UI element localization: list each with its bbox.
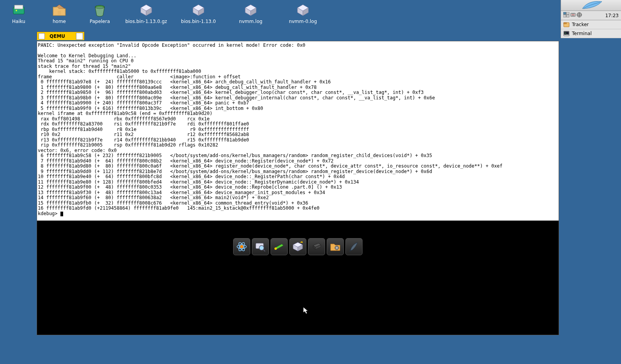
qemu-framebuffer[interactable]: PANIC: Unexpected exception "Invalid Opc… <box>37 41 559 335</box>
keymap-icon[interactable] <box>570 12 576 19</box>
qemu-window: QEMU PANIC: Unexpected exception "Invali… <box>37 32 559 335</box>
probe-icon <box>273 241 285 253</box>
trash-can-icon <box>93 3 107 17</box>
deskbar-app-list: Tracker >_ Terminal <box>561 20 621 38</box>
svg-point-13 <box>274 247 277 250</box>
svg-line-16 <box>350 250 350 251</box>
app-label: Terminal <box>572 31 592 36</box>
svg-rect-19 <box>563 15 566 17</box>
dock-stylededit[interactable] <box>345 238 363 255</box>
deskbar: 17:23 Tracker >_ Terminal <box>561 0 621 38</box>
disk-icon <box>12 3 26 17</box>
tray-icons <box>563 12 582 19</box>
kernel-debug-output: PANIC: Unexpected exception "Invalid Opc… <box>37 41 559 218</box>
icon-label: nvmm-0.log <box>289 19 317 24</box>
svg-rect-17 <box>563 12 566 14</box>
leaf-icon <box>580 0 604 10</box>
haiku-volume-icon[interactable]: Haiku <box>3 3 34 24</box>
desktop-icons: Haiku home Papelera bios.bin-1.13.0.gz b… <box>3 3 324 24</box>
dock-preferences[interactable] <box>327 238 344 255</box>
feather-icon <box>348 241 360 253</box>
svg-rect-29 <box>564 23 566 24</box>
trash-icon[interactable]: Papelera <box>84 3 115 24</box>
dock-drivesetup[interactable] <box>289 238 306 255</box>
bios-file-icon[interactable]: bios.bin-1.13.0 <box>177 3 220 24</box>
icon-label: nvmm.log <box>239 19 262 24</box>
framebuffer-unused <box>37 221 559 335</box>
file-icon <box>244 3 258 17</box>
dock-diskprobe[interactable] <box>271 238 288 255</box>
home-folder-icon[interactable]: home <box>44 3 75 24</box>
deskbar-tray: 17:23 <box>561 11 621 20</box>
file-icon <box>191 3 205 17</box>
window-tab[interactable]: QEMU <box>37 32 85 40</box>
dock-devices[interactable] <box>308 238 325 255</box>
icon-label: Papelera <box>90 19 110 24</box>
workspaces-icon[interactable] <box>563 12 570 19</box>
atom-icon <box>236 241 248 253</box>
network-icon[interactable] <box>577 12 582 19</box>
svg-point-6 <box>240 245 243 248</box>
svg-rect-18 <box>566 12 569 14</box>
window-title: QEMU <box>46 34 76 39</box>
haiku-dock <box>233 238 363 255</box>
icon-label: bios.bin-1.13.0 <box>181 19 216 24</box>
svg-rect-1 <box>14 5 23 9</box>
deskbar-app-tracker[interactable]: Tracker <box>561 20 621 29</box>
clock[interactable]: 17:23 <box>605 13 619 18</box>
nvmm0-log-file-icon[interactable]: nvmm-0.log <box>281 3 324 24</box>
terminal-icon: >_ <box>563 30 570 37</box>
gear-folder-icon <box>329 241 341 253</box>
svg-rect-20 <box>566 15 569 17</box>
file-icon <box>139 3 153 17</box>
deskbar-leaf-menu[interactable] <box>561 0 621 11</box>
close-button[interactable] <box>39 33 45 39</box>
deskbar-app-terminal[interactable]: >_ Terminal <box>561 29 621 38</box>
dock-activity-monitor[interactable] <box>233 238 250 255</box>
svg-line-12 <box>263 249 265 251</box>
app-label: Tracker <box>572 22 589 27</box>
zoom-button[interactable] <box>76 33 83 40</box>
file-icon <box>296 3 310 17</box>
icon-label: Haiku <box>12 19 25 24</box>
icon-label: bios.bin-1.13.0.gz <box>125 19 167 24</box>
tracker-icon <box>563 21 570 28</box>
folder-home-icon <box>52 3 66 17</box>
icon-label: home <box>53 19 66 24</box>
svg-point-15 <box>336 247 338 249</box>
svg-point-2 <box>16 10 17 11</box>
bios-gz-file-icon[interactable]: bios.bin-1.13.0.gz <box>125 3 168 24</box>
svg-text:>_: >_ <box>564 32 568 35</box>
drive-icon <box>292 241 304 253</box>
dock-magnify[interactable] <box>252 238 269 255</box>
chip-icon <box>311 241 322 253</box>
magnify-icon <box>255 241 266 253</box>
nvmm-log-file-icon[interactable]: nvmm.log <box>229 3 272 24</box>
